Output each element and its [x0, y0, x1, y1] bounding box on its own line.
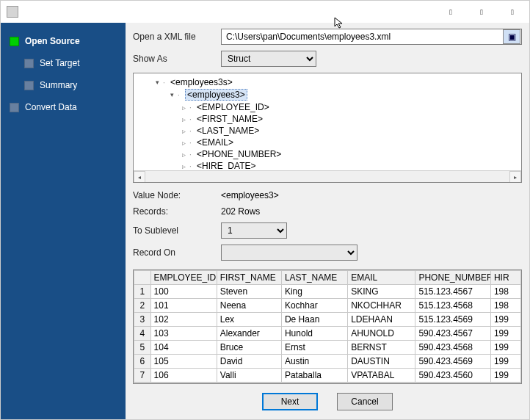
tree-leaf[interactable]: <EMAIL>	[197, 137, 233, 148]
scroll-thumb[interactable]	[145, 383, 189, 384]
scroll-left-icon[interactable]: ◂	[134, 171, 145, 183]
cell-phone: 515.123.4567	[415, 285, 491, 299]
cell-employee-id: 102	[150, 313, 217, 327]
scroll-left-icon[interactable]: ◂	[134, 383, 145, 384]
cell-email: LDEHAAN	[348, 313, 415, 327]
tree-leaf[interactable]: <EMPLOYEE_ID>	[197, 102, 269, 112]
tree-bullet-icon: ▹	[182, 151, 189, 159]
sidebar-item-summary[interactable]: Summary	[7, 76, 123, 95]
cell-email: DAUSTIN	[348, 355, 415, 369]
cell-employee-id: 100	[150, 285, 217, 299]
tree-node[interactable]: <employees3s>	[170, 77, 233, 87]
grid-hscrollbar[interactable]: ◂ ▸	[134, 383, 521, 384]
tree-bullet-icon: ▹	[182, 104, 189, 112]
file-path-input[interactable]	[222, 30, 502, 43]
show-as-select[interactable]: Struct	[221, 51, 316, 67]
cell-email: VPATABAL	[348, 369, 415, 383]
col-hire-date[interactable]: HIR	[490, 271, 520, 285]
cancel-button[interactable]: Cancel	[337, 393, 393, 410]
cell-employee-id: 105	[150, 355, 217, 369]
record-on-select[interactable]	[221, 245, 357, 261]
step-idle-icon	[10, 103, 19, 112]
cell-first-name: David	[217, 355, 281, 369]
row-header: 5	[134, 341, 151, 355]
collapse-icon[interactable]: ▾	[153, 79, 161, 86]
cell-first-name: Steven	[217, 285, 281, 299]
cell-employee-id: 101	[150, 299, 217, 313]
record-on-label: Record On	[133, 247, 221, 258]
close-button[interactable]: 	[497, 1, 528, 22]
cell-phone: 590.423.4569	[415, 355, 491, 369]
open-file-label: Open a XML file	[133, 32, 221, 42]
value-node-value: <employees3>	[221, 190, 279, 200]
minimize-button[interactable]: 	[435, 1, 466, 22]
table-row[interactable]: 5104BruceErnstBERNST590.423.4568199	[134, 341, 521, 355]
value-node-label: Value Node:	[133, 190, 221, 200]
sidebar-item-convert-data[interactable]: Convert Data	[7, 98, 123, 117]
tree-leaf[interactable]: <PHONE_NUMBER>	[197, 149, 281, 159]
cell-employee-id: 103	[150, 327, 217, 341]
app-icon	[7, 6, 18, 18]
cell-email: NKOCHHAR	[348, 299, 415, 313]
sidebar-item-set-target[interactable]: Set Target	[7, 54, 123, 73]
to-sublevel-select[interactable]: 1	[221, 222, 287, 239]
cell-employee-id: 104	[150, 341, 217, 355]
col-employee-id[interactable]: EMPLOYEE_ID	[150, 271, 217, 285]
table-row[interactable]: 6105DavidAustinDAUSTIN590.423.4569199	[134, 355, 521, 369]
table-row[interactable]: 2101NeenaKochharNKOCHHAR515.123.4568198	[134, 299, 521, 313]
cell-phone: 590.423.4567	[415, 327, 491, 341]
maximize-button[interactable]: 	[466, 1, 497, 22]
xml-tree[interactable]: ▾·<employees3s> ▾·<employees3> ▹·<EMPLOY…	[133, 73, 522, 183]
cell-first-name: Valli	[217, 369, 281, 383]
table-row[interactable]: 3102LexDe HaanLDEHAAN515.123.4569199	[134, 313, 521, 327]
data-grid[interactable]: EMPLOYEE_ID FIRST_NAME LAST_NAME EMAIL P…	[133, 269, 522, 384]
cell-employee-id: 106	[150, 369, 217, 383]
table-row[interactable]: 7106ValliPataballaVPATABAL590.423.456019…	[134, 369, 521, 383]
to-sublevel-label: To Sublevel	[133, 225, 221, 236]
row-header: 2	[134, 299, 151, 313]
cell-first-name: Lex	[217, 313, 281, 327]
cell-phone: 590.423.4568	[415, 341, 491, 355]
col-phone-number[interactable]: PHONE_NUMBER	[415, 271, 491, 285]
scroll-right-icon[interactable]: ▸	[509, 171, 521, 183]
row-header: 7	[134, 369, 151, 383]
browse-button[interactable]: ▣	[503, 29, 520, 44]
tree-leaf[interactable]: <FIRST_NAME>	[197, 114, 263, 124]
folder-icon: ▣	[508, 32, 516, 42]
table-row[interactable]: 4103AlexanderHunoldAHUNOLD590.423.456719…	[134, 327, 521, 341]
tree-hscrollbar[interactable]: ◂▸	[134, 170, 521, 182]
col-last-name[interactable]: LAST_NAME	[281, 271, 347, 285]
cell-first-name: Neena	[217, 299, 281, 313]
cell-first-name: Alexander	[217, 327, 281, 341]
col-email[interactable]: EMAIL	[348, 271, 415, 285]
cell-phone: 515.123.4568	[415, 299, 491, 313]
records-label: Records:	[133, 206, 221, 217]
cell-hire-date: 199	[490, 355, 520, 369]
tree-bullet-icon: ▹	[182, 162, 189, 170]
table-header-row: EMPLOYEE_ID FIRST_NAME LAST_NAME EMAIL P…	[134, 271, 521, 285]
col-first-name[interactable]: FIRST_NAME	[217, 271, 281, 285]
tree-node-selected[interactable]: <employees3>	[185, 89, 247, 101]
row-header: 6	[134, 355, 151, 369]
cell-hire-date: 198	[490, 299, 520, 313]
title-bar:   	[1, 1, 529, 23]
collapse-icon[interactable]: ▾	[167, 91, 176, 98]
cell-hire-date: 199	[490, 313, 520, 327]
cell-last-name: King	[281, 285, 347, 299]
cell-last-name: Ernst	[281, 341, 347, 355]
tree-leaf[interactable]: <HIRE_DATE>	[197, 161, 255, 171]
cell-last-name: Hunold	[281, 327, 347, 341]
tree-bullet-icon: ▹	[182, 127, 189, 135]
cell-hire-date: 199	[490, 327, 520, 341]
next-button[interactable]: Next	[262, 393, 318, 410]
sidebar-item-open-source[interactable]: Open Source	[7, 32, 123, 51]
step-active-icon	[10, 37, 19, 46]
scroll-right-icon[interactable]: ▸	[509, 383, 521, 384]
cell-last-name: Austin	[281, 355, 347, 369]
cell-last-name: Pataballa	[281, 369, 347, 383]
step-idle-icon	[24, 59, 34, 68]
tree-leaf[interactable]: <LAST_NAME>	[197, 126, 259, 136]
table-row[interactable]: 1100StevenKingSKING515.123.4567198	[134, 285, 521, 299]
row-header: 3	[134, 313, 151, 327]
cell-first-name: Bruce	[217, 341, 281, 355]
